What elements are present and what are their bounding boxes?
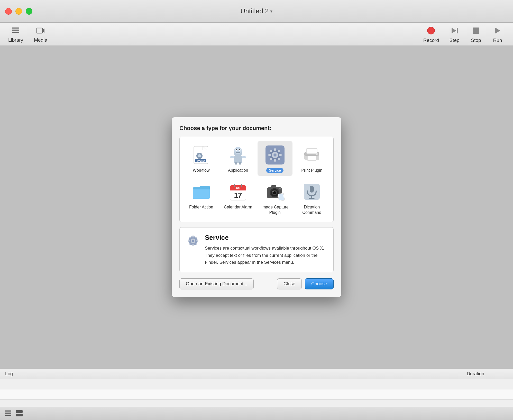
stop-button[interactable]: Stop xyxy=(466,23,486,45)
doc-type-calendar-alarm[interactable]: JUL 17 Calendar Alarm xyxy=(221,178,256,218)
svg-rect-23 xyxy=(235,162,237,165)
doc-type-folder-action[interactable]: Folder Action xyxy=(184,178,219,218)
svg-rect-40 xyxy=(307,156,316,160)
toolbar-right-group: Record Step Stop xyxy=(419,23,508,45)
open-existing-button[interactable]: Open an Existing Document... xyxy=(179,278,254,289)
svg-rect-67 xyxy=(193,235,194,238)
svg-rect-22 xyxy=(242,156,246,158)
svg-point-41 xyxy=(316,153,318,155)
svg-rect-3 xyxy=(37,28,42,33)
svg-rect-49 xyxy=(241,184,242,187)
log-row xyxy=(0,379,513,389)
svg-rect-5 xyxy=(457,28,458,33)
stop-icon xyxy=(470,25,482,36)
toolbar: Library Media Record xyxy=(0,23,513,46)
svg-rect-70 xyxy=(196,240,198,242)
minimize-button[interactable] xyxy=(15,8,22,15)
list-view-button[interactable] xyxy=(4,409,12,418)
svg-text:WFLOW: WFLOW xyxy=(197,160,205,162)
svg-rect-78 xyxy=(16,410,23,413)
svg-rect-77 xyxy=(5,415,11,416)
description-content: Service Services are contextual workflow… xyxy=(205,234,327,266)
log-row xyxy=(0,389,513,400)
modal-footer-right: Close Choose xyxy=(277,278,334,289)
stop-label: Stop xyxy=(471,38,481,43)
svg-point-66 xyxy=(192,240,194,242)
application-label: Application xyxy=(228,168,248,173)
svg-rect-1 xyxy=(12,30,19,31)
doc-type-grid: WFLOW Workflow xyxy=(179,137,334,222)
modal-footer: Open an Existing Document... Close Choos… xyxy=(179,278,334,289)
run-icon xyxy=(492,25,503,36)
description-text: Services are contextual workflows availa… xyxy=(205,245,327,266)
dictation-command-icon xyxy=(301,181,322,202)
calendar-alarm-label: Calendar Alarm xyxy=(224,205,252,210)
library-label: Library xyxy=(8,37,23,43)
doc-type-print-plugin[interactable]: Print Plugin xyxy=(295,141,329,176)
folder-action-label: Folder Action xyxy=(189,205,213,210)
log-col-log: Log xyxy=(5,371,467,377)
titlebar: Untitled 2 ▾ xyxy=(0,0,513,23)
svg-rect-69 xyxy=(188,240,190,242)
svg-rect-6 xyxy=(473,28,479,34)
modal-dialog: Choose a type for your document: xyxy=(172,117,341,297)
doc-type-service[interactable]: Service xyxy=(258,141,292,176)
toolbar-left-group: Library Media xyxy=(5,23,51,45)
doc-type-application[interactable]: Application xyxy=(221,141,256,176)
image-capture-icon xyxy=(265,181,285,202)
run-button[interactable]: Run xyxy=(487,23,508,45)
print-plugin-icon xyxy=(301,145,322,165)
svg-rect-76 xyxy=(5,413,11,414)
library-icon xyxy=(11,25,21,36)
workflow-icon: WFLOW xyxy=(191,145,212,165)
dictation-command-label: Dictation Command xyxy=(297,205,327,215)
record-button[interactable]: Record xyxy=(419,23,443,45)
modal-title: Choose a type for your document: xyxy=(179,125,334,132)
title-chevron-icon[interactable]: ▾ xyxy=(270,8,272,14)
svg-rect-29 xyxy=(274,148,276,151)
step-button[interactable]: Step xyxy=(444,23,465,45)
media-button[interactable]: Media xyxy=(30,23,51,45)
svg-text:JUL: JUL xyxy=(236,187,241,189)
run-label: Run xyxy=(493,38,502,43)
svg-rect-21 xyxy=(230,156,234,158)
modal-overlay: Choose a type for your document: xyxy=(0,46,513,369)
svg-rect-63 xyxy=(309,198,315,199)
traffic-lights xyxy=(5,8,32,15)
svg-rect-20 xyxy=(234,156,242,163)
close-button[interactable]: Close xyxy=(277,278,302,289)
image-capture-label: Image Capture Plugin xyxy=(260,205,290,215)
record-label: Record xyxy=(423,38,439,43)
svg-point-55 xyxy=(272,191,274,192)
media-icon xyxy=(35,25,46,36)
log-header: Log Duration xyxy=(0,369,513,379)
doc-type-dictation-command[interactable]: Dictation Command xyxy=(295,178,329,218)
choose-button[interactable]: Choose xyxy=(305,278,334,289)
svg-rect-31 xyxy=(268,154,271,156)
svg-rect-32 xyxy=(279,154,282,156)
svg-rect-61 xyxy=(310,186,314,193)
folder-action-icon xyxy=(191,181,212,202)
svg-rect-19 xyxy=(236,152,240,153)
log-area: Log Duration xyxy=(0,369,513,420)
svg-point-18 xyxy=(239,149,240,150)
svg-point-10 xyxy=(198,154,201,157)
step-label: Step xyxy=(449,38,459,43)
svg-rect-59 xyxy=(279,188,281,189)
title-text: Untitled 2 xyxy=(241,7,269,15)
close-button[interactable] xyxy=(5,8,12,15)
svg-rect-39 xyxy=(306,149,317,154)
svg-rect-48 xyxy=(234,184,235,187)
doc-type-workflow[interactable]: WFLOW Workflow xyxy=(184,141,219,176)
svg-rect-42 xyxy=(306,155,317,156)
split-view-button[interactable] xyxy=(15,409,23,418)
library-button[interactable]: Library xyxy=(5,23,26,45)
svg-point-28 xyxy=(273,153,277,157)
svg-rect-68 xyxy=(193,244,194,246)
print-plugin-label: Print Plugin xyxy=(301,168,322,173)
doc-type-image-capture[interactable]: Image Capture Plugin xyxy=(258,178,292,218)
window-title: Untitled 2 ▾ xyxy=(241,7,273,15)
maximize-button[interactable] xyxy=(26,8,32,15)
svg-rect-0 xyxy=(12,28,19,29)
application-icon xyxy=(228,145,248,165)
